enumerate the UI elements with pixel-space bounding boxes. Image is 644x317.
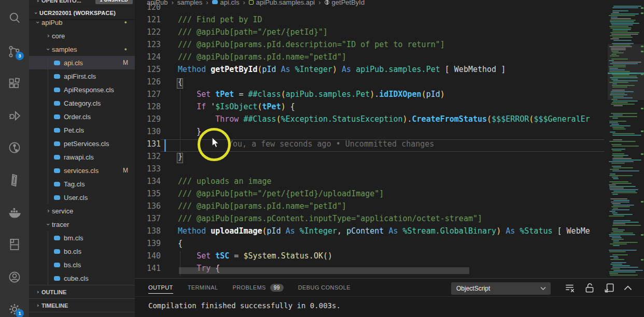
minimap-line xyxy=(612,83,617,84)
docker-icon[interactable] xyxy=(7,205,22,220)
tree-item-label: samples xyxy=(52,46,77,53)
tree-file-cube.cls[interactable]: cube.cls xyxy=(29,271,135,285)
minimap-line xyxy=(611,201,629,203)
search-icon[interactable] xyxy=(7,11,22,25)
minimap-line xyxy=(612,37,633,38)
tree-item-label: cube.cls xyxy=(64,275,89,282)
minimap-line xyxy=(613,45,630,46)
chevron-right-icon: › xyxy=(34,289,41,295)
minimap-line xyxy=(613,240,619,241)
tree-item-label: ApiResponse.cls xyxy=(64,86,114,94)
tree-file-Category.cls[interactable]: Category.cls xyxy=(29,96,135,110)
history-icon[interactable] xyxy=(7,140,22,155)
tree-item-label: User.cls xyxy=(64,194,88,201)
extensions-icon[interactable] xyxy=(7,77,22,91)
panel-tab-problems[interactable]: PROBLEMS99 xyxy=(232,279,283,296)
class-file-icon xyxy=(54,276,60,281)
tree-file-bs.cls[interactable]: bs.cls xyxy=(29,258,135,271)
outline-section-header[interactable]: › OUTLINE xyxy=(29,285,135,298)
code-line-140: Set tSC = $System.Status.OK() xyxy=(178,251,332,264)
minimap-line xyxy=(610,77,638,78)
storage-icon[interactable] xyxy=(7,237,22,252)
tree-file-Order.cls[interactable]: Order.cls xyxy=(29,110,135,123)
tree-file-User.cls[interactable]: User.cls xyxy=(29,191,135,204)
line-number: 140 xyxy=(135,251,161,264)
minimap-line xyxy=(610,55,619,56)
minimap[interactable] xyxy=(608,0,644,278)
breadcrumb-item[interactable]: getPetById xyxy=(332,0,365,6)
tree-file-bm.cls[interactable]: bm.cls xyxy=(29,231,135,244)
minimap-line xyxy=(610,94,627,95)
horizontal-scrollbar[interactable] xyxy=(179,267,469,274)
objectscript-extension-icon[interactable] xyxy=(7,173,22,188)
minimap-line xyxy=(613,223,625,224)
panel-tab-label: PROBLEMS xyxy=(232,284,265,291)
workspace-label: UCR202001 (WORKSPACE) xyxy=(39,10,116,16)
tree-folder-core[interactable]: ›core xyxy=(29,29,135,42)
tree-item-label: bo.cls xyxy=(64,248,81,255)
breadcrumb-item[interactable]: apiPub.samples.api xyxy=(256,0,315,6)
minimap-line xyxy=(609,69,625,70)
maximize-panel-icon[interactable] xyxy=(622,282,635,295)
run-debug-icon[interactable] xyxy=(7,108,22,123)
tree-folder-service[interactable]: ›service xyxy=(29,204,135,218)
workspace-header[interactable]: › UCR202001 (WORKSPACE) xyxy=(29,7,135,19)
tree-folder-samples[interactable]: ›samples● xyxy=(29,42,135,56)
tree-item-label: core xyxy=(52,32,65,40)
minimap-line xyxy=(612,29,631,30)
breadcrumb-item[interactable]: apiPub xyxy=(147,0,167,6)
code-line-136: /// @apiPub[params.pId.name="petId"] xyxy=(178,201,346,214)
minimap-line xyxy=(611,144,622,145)
minimap-line xyxy=(612,267,638,268)
panel-tab-output[interactable]: OUTPUT xyxy=(148,279,173,296)
minimap-line xyxy=(609,121,626,122)
code-line-130: } xyxy=(178,127,201,139)
minimap-line xyxy=(611,13,639,15)
tree-folder-tracer[interactable]: ›tracer xyxy=(29,218,135,231)
tree-file-bo.cls[interactable]: bo.cls xyxy=(29,244,135,258)
npm-scripts-section-header[interactable]: › NPM SCRIPTS xyxy=(29,312,135,317)
section-label: TIMELINE xyxy=(41,302,68,309)
class-file-icon xyxy=(54,263,60,267)
tree-item-label: service xyxy=(52,207,73,215)
panel-tab-debug-console[interactable]: DEBUG CONSOLE xyxy=(298,279,351,296)
minimap-line xyxy=(613,231,623,232)
breadcrumb-item[interactable]: samples xyxy=(177,0,202,6)
modified-dot-badge: ● xyxy=(124,47,127,52)
line-number: 128 xyxy=(135,102,161,114)
open-output-in-editor-icon[interactable] xyxy=(604,282,616,295)
tree-file-rawapi.cls[interactable]: rawapi.cls xyxy=(29,150,135,164)
breadcrumb: apiPub›samples›api.cls›apiPub.samples.ap… xyxy=(147,0,365,8)
minimap-line xyxy=(613,105,623,106)
lock-icon[interactable] xyxy=(584,282,596,295)
tree-file-Pet.cls[interactable]: Pet.cls xyxy=(29,123,135,137)
minimap-line xyxy=(612,225,640,226)
output-channel-select[interactable]: ObjectScript xyxy=(451,282,551,295)
overview-ruler-mark xyxy=(641,234,643,236)
clear-output-icon[interactable] xyxy=(564,282,577,295)
tree-file-Tag.cls[interactable]: Tag.cls xyxy=(29,177,135,191)
file-blue-icon xyxy=(212,0,218,4)
tree-file-petServices.cls[interactable]: petServices.cls xyxy=(29,137,135,150)
timeline-section-header[interactable]: › TIMELINE xyxy=(29,298,135,312)
tree-file-apiFirst.cls[interactable]: apiFirst.cls xyxy=(29,69,135,83)
tree-file-ApiResponse.cls[interactable]: ApiResponse.cls xyxy=(29,83,135,96)
code-line-134: /// uploads an image xyxy=(178,177,272,189)
code-line-137: /// @apiPub[params.pContent.inputType="a… xyxy=(178,214,482,226)
panel-tab-terminal[interactable]: TERMINAL xyxy=(188,279,218,296)
tree-file-api.cls[interactable]: api.clsM xyxy=(29,56,135,69)
open-editors-header[interactable]: › OPEN EDITO... 1 UNSAVED xyxy=(29,0,135,7)
minimap-line xyxy=(612,237,622,238)
account-icon[interactable] xyxy=(7,270,22,284)
minimap-line xyxy=(612,62,642,63)
breadcrumb-separator: › xyxy=(171,0,173,6)
tree-item-label: services.cls xyxy=(64,167,99,175)
minimap-line xyxy=(609,273,618,274)
breadcrumb-item[interactable]: api.cls xyxy=(220,0,240,6)
problems-count-badge: 99 xyxy=(270,284,284,292)
class-file-icon xyxy=(54,155,60,160)
tree-file-services.cls[interactable]: services.clsM xyxy=(29,164,135,177)
minimap-line xyxy=(611,239,624,240)
overview-ruler-mark xyxy=(641,46,643,47)
breadcrumb-separator: › xyxy=(243,0,245,6)
